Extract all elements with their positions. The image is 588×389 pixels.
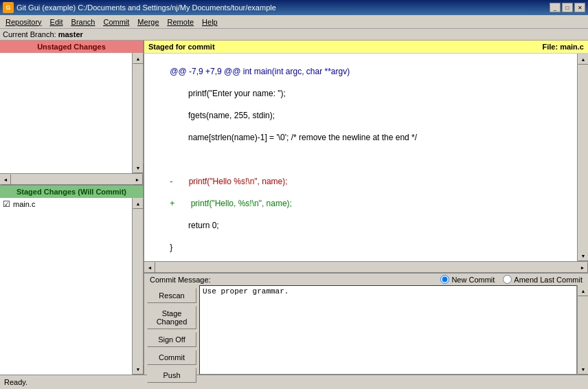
branch-label: Current Branch: xyxy=(3,30,56,38)
menu-branch[interactable]: Branch xyxy=(67,15,100,28)
right-panel: Staged for commit File: main.c @@ -7,9 +… xyxy=(144,41,588,375)
diff-area: @@ -7,9 +7,9 @@ int main(int argc, char … xyxy=(144,54,588,261)
diff-context-line: return 0; xyxy=(170,221,218,230)
commit-message-label: Commit Message: xyxy=(150,276,211,284)
radio-new-commit-label: New Commit xyxy=(451,276,495,284)
diff-body[interactable]: @@ -7,9 +7,9 @@ int main(int argc, char … xyxy=(144,54,577,261)
staged-header: Staged Changes (Will Commit) xyxy=(0,186,143,198)
radio-new-commit[interactable]: New Commit xyxy=(440,275,495,284)
main-layout: Unstaged Changes ▲ ▼ ◄ ► Staged Changes … xyxy=(0,41,588,375)
menu-remote[interactable]: Remote xyxy=(163,15,199,28)
diff-header: Staged for commit File: main.c xyxy=(144,41,588,54)
menu-repository-label: Repository xyxy=(5,18,42,26)
menu-commit-label: Commit xyxy=(103,18,129,26)
diff-scroll-up[interactable]: ▲ xyxy=(578,54,588,65)
close-button[interactable]: ✕ xyxy=(574,3,585,12)
diff-context-line: fgets(name, 255, stdin); xyxy=(170,111,275,120)
menu-repository[interactable]: Repository xyxy=(1,15,46,28)
diff-context-line: } xyxy=(170,243,172,252)
branch-bar: Current Branch: master xyxy=(0,29,588,41)
commit-message-input[interactable]: Use proper grammar. xyxy=(199,285,577,375)
scroll-left-btn[interactable]: ◄ xyxy=(0,174,11,185)
radio-new-commit-input[interactable] xyxy=(440,275,449,284)
menu-help-label: Help xyxy=(202,18,218,26)
diff-header-left: Staged for commit xyxy=(148,43,215,51)
window-controls: _ □ ✕ xyxy=(550,3,585,12)
diff-content: @@ -7,9 +7,9 @@ int main(int argc, char … xyxy=(144,54,577,261)
status-text: Ready. xyxy=(4,378,27,386)
staged-scrollbar[interactable]: ▲ ▼ xyxy=(132,198,143,375)
diff-scroll-left[interactable]: ◄ xyxy=(144,262,155,273)
staged-scroll-track xyxy=(133,209,143,364)
window-title: Git Gui (example) C:/Documents and Setti… xyxy=(16,3,276,12)
unstaged-header: Unstaged Changes xyxy=(0,41,143,53)
menu-edit[interactable]: Edit xyxy=(46,15,67,28)
file-checkbox[interactable]: ☑ xyxy=(3,199,10,209)
commit-area: Rescan Stage Changed Sign Off Commit Pus… xyxy=(144,285,588,375)
unstaged-file-list[interactable] xyxy=(0,53,132,173)
diff-h-scrollbar[interactable]: ◄ ► xyxy=(144,261,588,272)
unstaged-h-scrollbar[interactable]: ◄ ► xyxy=(0,173,143,184)
title-bar: G Git Gui (example) C:/Documents and Set… xyxy=(0,0,588,15)
scroll-right-btn[interactable]: ► xyxy=(132,174,143,185)
radio-amend-label: Amend Last Commit xyxy=(514,276,583,284)
left-panel: Unstaged Changes ▲ ▼ ◄ ► Staged Changes … xyxy=(0,41,144,375)
radio-group: New Commit Amend Last Commit xyxy=(440,275,583,284)
diff-scroll-down[interactable]: ▼ xyxy=(578,250,588,261)
staged-scroll-down[interactable]: ▼ xyxy=(133,364,144,375)
menu-bar: Repository Edit Branch Commit Merge Remo… xyxy=(0,15,588,29)
menu-remote-label: Remote xyxy=(168,18,194,26)
commit-button[interactable]: Commit xyxy=(147,350,196,365)
menu-branch-label: Branch xyxy=(71,18,95,26)
sign-off-button[interactable]: Sign Off xyxy=(147,332,196,347)
app-icon: G xyxy=(3,2,14,13)
diff-added-line: printf("Hello, %s!\n", name); xyxy=(174,199,292,208)
branch-name: master xyxy=(58,30,83,38)
unstaged-scrollbar[interactable]: ▲ ▼ xyxy=(132,53,143,173)
scroll-track xyxy=(133,64,143,162)
h-scroll-track xyxy=(11,174,132,184)
scroll-up-btn[interactable]: ▲ xyxy=(133,53,144,64)
staged-section: Staged Changes (Will Commit) ☑ main.c ▲ … xyxy=(0,186,143,375)
commit-msg-row: Use proper grammar. ▲ ▼ xyxy=(199,285,588,375)
staged-file-item[interactable]: ☑ main.c xyxy=(0,198,132,210)
scroll-down-btn[interactable]: ▼ xyxy=(133,162,144,173)
action-buttons: Rescan Stage Changed Sign Off Commit Pus… xyxy=(144,285,199,375)
commit-message-header: Commit Message: New Commit Amend Last Co… xyxy=(144,274,588,285)
diff-header-right: File: main.c xyxy=(542,43,584,51)
stage-changed-button[interactable]: Stage Changed xyxy=(147,306,196,329)
unstaged-section: Unstaged Changes ▲ ▼ ◄ ► xyxy=(0,41,143,186)
commit-scroll-up[interactable]: ▲ xyxy=(578,285,588,296)
maximize-button[interactable]: □ xyxy=(562,3,573,12)
diff-context-line: printf("Enter your name: "); xyxy=(170,89,286,98)
staged-file-list[interactable]: ☑ main.c xyxy=(0,198,132,375)
staged-scroll-up[interactable]: ▲ xyxy=(133,198,144,209)
menu-edit-label: Edit xyxy=(50,18,63,26)
status-bar: Ready. xyxy=(0,375,588,388)
diff-right-scrollbar[interactable]: ▲ ▼ xyxy=(577,54,588,261)
diff-v-track xyxy=(578,65,588,250)
menu-help[interactable]: Help xyxy=(198,15,222,28)
diff-removed-line: printf("Hello %s!\n", name); xyxy=(172,177,287,186)
commit-scrollbar[interactable]: ▲ ▼ xyxy=(577,285,588,375)
rescan-button[interactable]: Rescan xyxy=(147,288,196,303)
diff-h-track xyxy=(155,262,577,272)
staged-filename: main.c xyxy=(13,200,35,208)
diff-context-line: name[strlen(name)-1] = '\0'; /* remove t… xyxy=(170,133,417,142)
commit-scroll-down[interactable]: ▼ xyxy=(578,364,588,375)
menu-merge-label: Merge xyxy=(137,18,159,26)
diff-hunk-line: @@ -7,9 +7,9 @@ int main(int argc, char … xyxy=(170,67,350,76)
menu-merge[interactable]: Merge xyxy=(133,15,163,28)
bottom-panel: Commit Message: New Commit Amend Last Co… xyxy=(144,272,588,375)
menu-commit[interactable]: Commit xyxy=(99,15,133,28)
radio-amend-commit[interactable]: Amend Last Commit xyxy=(503,275,583,284)
push-button[interactable]: Push xyxy=(147,368,196,383)
diff-context-line xyxy=(170,155,172,164)
radio-amend-input[interactable] xyxy=(503,275,512,284)
diff-scroll-right[interactable]: ► xyxy=(577,262,588,273)
minimize-button[interactable]: _ xyxy=(550,3,561,12)
commit-v-track xyxy=(578,296,588,364)
